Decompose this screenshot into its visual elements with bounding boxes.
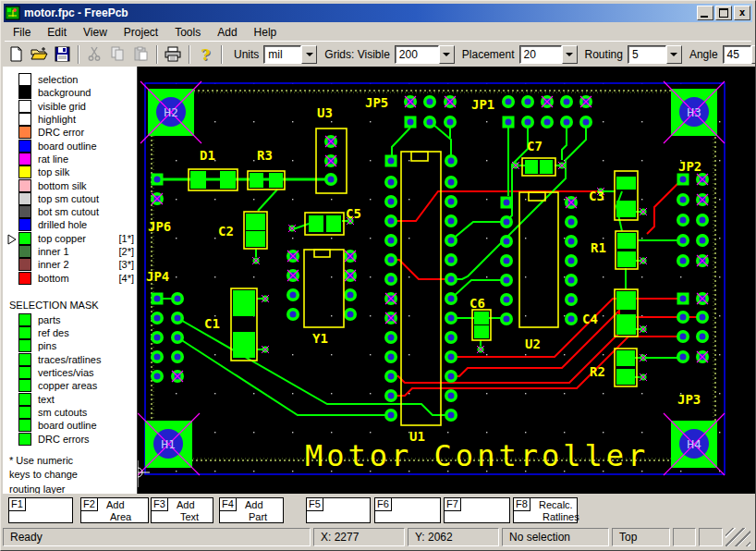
layer-item-visible-grid[interactable]: visible grid bbox=[3, 100, 137, 113]
status-empty-pane bbox=[699, 528, 723, 546]
layer-color-swatch[interactable] bbox=[18, 218, 31, 231]
layer-item-drilled-hole[interactable]: drilled hole bbox=[3, 218, 137, 231]
svg-text:D1: D1 bbox=[200, 148, 215, 163]
layer-color-swatch[interactable] bbox=[18, 326, 31, 339]
toolbar: ? Units mil Grids: Visible 200 Placement… bbox=[5, 41, 751, 67]
layer-item-background[interactable]: background bbox=[3, 86, 137, 99]
mask-item-copper-areas[interactable]: copper areas bbox=[3, 379, 137, 392]
paste-button[interactable] bbox=[129, 43, 152, 65]
layer-item-highlight[interactable]: highlight bbox=[3, 113, 137, 126]
mask-item-vertices-vias[interactable]: vertices/vias bbox=[3, 366, 137, 379]
layer-item-top-copper[interactable]: top copper[1*] bbox=[3, 232, 137, 245]
save-button[interactable] bbox=[51, 43, 74, 65]
layer-color-swatch[interactable] bbox=[18, 205, 31, 218]
menu-add[interactable]: Add bbox=[209, 25, 245, 41]
placement-dropdown-button[interactable] bbox=[562, 45, 578, 64]
close-button[interactable]: x bbox=[734, 6, 750, 20]
help-button[interactable]: ? bbox=[194, 43, 217, 65]
angle-combobox[interactable]: 45 bbox=[723, 45, 756, 64]
layer-color-swatch[interactable] bbox=[18, 100, 31, 113]
placement-combobox[interactable]: 20 bbox=[519, 45, 578, 64]
fkey-f8-recalc-ratlines[interactable]: F8Recalc.Ratlines bbox=[513, 497, 578, 523]
menu-edit[interactable]: Edit bbox=[39, 25, 75, 41]
layer-color-swatch[interactable] bbox=[18, 126, 31, 139]
layer-color-swatch[interactable] bbox=[18, 179, 31, 192]
grids-combobox[interactable]: 200 bbox=[395, 45, 455, 64]
status-selection: No selection bbox=[502, 528, 609, 546]
layer-color-swatch[interactable] bbox=[18, 232, 31, 245]
svg-text:C3: C3 bbox=[589, 189, 604, 203]
resize-grip[interactable] bbox=[726, 528, 750, 546]
layer-color-swatch[interactable] bbox=[18, 366, 31, 379]
new-file-button[interactable] bbox=[5, 43, 28, 65]
layer-item-inner-1[interactable]: inner 1[2*] bbox=[3, 245, 137, 258]
print-button[interactable] bbox=[162, 43, 185, 65]
layer-label: DRC error bbox=[38, 127, 84, 138]
layer-item-inner-2[interactable]: inner 2[3*] bbox=[3, 258, 137, 271]
layer-color-swatch[interactable] bbox=[18, 86, 31, 99]
layer-item-rat-line[interactable]: rat line bbox=[3, 153, 137, 165]
layer-number-tag: [4*] bbox=[118, 273, 134, 284]
mask-item-text[interactable]: text bbox=[3, 393, 137, 406]
menu-project[interactable]: Project bbox=[116, 25, 166, 41]
layer-color-swatch[interactable] bbox=[18, 140, 31, 153]
layer-color-swatch[interactable] bbox=[18, 192, 31, 205]
grids-dropdown-button[interactable] bbox=[439, 45, 455, 64]
layer-color-swatch[interactable] bbox=[18, 419, 31, 432]
pcb-canvas[interactable]: H2 H3 H1 H4 bbox=[138, 67, 755, 494]
units-dropdown-button[interactable] bbox=[301, 45, 317, 64]
mask-item-ref-des[interactable]: ref des bbox=[3, 326, 137, 339]
fkey-f4-add-part[interactable]: F4AddPart bbox=[219, 497, 284, 523]
routing-dropdown-button[interactable] bbox=[666, 45, 682, 64]
layer-color-swatch[interactable] bbox=[18, 313, 31, 326]
layer-color-swatch[interactable] bbox=[18, 353, 31, 366]
layer-color-swatch[interactable] bbox=[18, 272, 31, 285]
fkey-f1[interactable]: F1 bbox=[8, 497, 73, 523]
maximize-button[interactable] bbox=[715, 6, 732, 20]
layer-item-board-outline[interactable]: board outline bbox=[3, 139, 137, 152]
mask-item-parts[interactable]: parts bbox=[3, 313, 137, 326]
layer-color-swatch[interactable] bbox=[18, 406, 31, 419]
fkey-f6[interactable]: F6 bbox=[374, 497, 441, 523]
layer-color-swatch[interactable] bbox=[18, 245, 31, 258]
fkey-f5[interactable]: F5 bbox=[306, 497, 371, 523]
menu-tools[interactable]: Tools bbox=[166, 25, 209, 41]
layer-item-bot-sm-cutout[interactable]: bot sm cutout bbox=[3, 205, 137, 218]
angle-dropdown-button[interactable] bbox=[751, 45, 756, 64]
layer-item-top-silk[interactable]: top silk bbox=[3, 165, 137, 178]
layer-color-swatch[interactable] bbox=[18, 393, 31, 406]
svg-text:JP2: JP2 bbox=[678, 159, 701, 174]
copy-button[interactable] bbox=[106, 43, 129, 65]
title-bar[interactable]: motor.fpc - FreePcb x bbox=[4, 4, 752, 22]
layer-color-swatch[interactable] bbox=[18, 165, 31, 178]
fkey-f2-add-area[interactable]: F2AddArea bbox=[80, 497, 149, 523]
layer-item-bottom-silk[interactable]: bottom silk bbox=[3, 178, 137, 191]
layer-color-swatch[interactable] bbox=[18, 379, 31, 392]
menu-file[interactable]: File bbox=[5, 25, 39, 41]
layer-item-drc-error[interactable]: DRC error bbox=[3, 126, 137, 139]
layer-color-swatch[interactable] bbox=[18, 433, 31, 446]
cut-button[interactable] bbox=[83, 43, 106, 65]
open-file-button[interactable] bbox=[28, 43, 51, 65]
minimize-button[interactable] bbox=[697, 6, 713, 20]
layer-number-tag: [1*] bbox=[118, 233, 134, 244]
menu-view[interactable]: View bbox=[75, 25, 116, 41]
menu-help[interactable]: Help bbox=[246, 25, 286, 41]
layer-item-bottom[interactable]: bottom[4*] bbox=[3, 271, 137, 284]
mask-item-traces-ratlines[interactable]: traces/ratlines bbox=[3, 353, 137, 366]
fkey-f7[interactable]: F7 bbox=[444, 497, 510, 523]
fkey-f3-add-text[interactable]: F3AddText bbox=[151, 497, 213, 523]
layer-color-swatch[interactable] bbox=[18, 73, 31, 86]
layer-item-selection[interactable]: selection bbox=[3, 73, 137, 86]
mask-item-drc-errors[interactable]: DRC errors bbox=[3, 432, 137, 445]
mask-item-sm-cutouts[interactable]: sm cutouts bbox=[3, 406, 137, 419]
layer-color-swatch[interactable] bbox=[18, 113, 31, 126]
layer-color-swatch[interactable] bbox=[18, 258, 31, 271]
mask-item-board-outline[interactable]: board outline bbox=[3, 419, 137, 432]
units-combobox[interactable]: mil bbox=[263, 45, 317, 64]
layer-color-swatch[interactable] bbox=[18, 153, 31, 165]
layer-color-swatch[interactable] bbox=[18, 339, 31, 352]
routing-combobox[interactable]: 5 bbox=[628, 45, 682, 64]
mask-item-pins[interactable]: pins bbox=[3, 339, 137, 352]
layer-item-top-sm-cutout[interactable]: top sm cutout bbox=[3, 192, 137, 205]
